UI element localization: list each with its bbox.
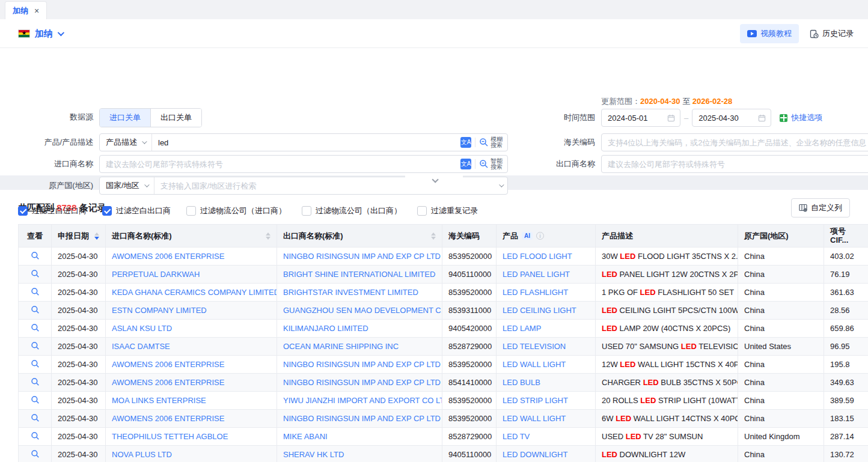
quick-options-button[interactable]: 快捷选项 <box>780 112 822 123</box>
product-link[interactable]: LED FLOOD LIGHT <box>497 248 596 266</box>
video-tutorial-button[interactable]: 视频教程 <box>740 24 799 43</box>
view-button[interactable] <box>19 320 52 338</box>
product-link[interactable]: LED BULB <box>497 374 596 392</box>
checkbox-unchecked-icon[interactable] <box>186 206 196 216</box>
exporter-link[interactable]: BRIGHT SHINE INTERNATIONAL LIMITED <box>277 266 442 284</box>
checkbox-unchecked-icon[interactable] <box>302 206 311 216</box>
column-header-1[interactable]: 申报日期 <box>52 225 106 248</box>
column-header-8[interactable]: 项号CIF... <box>824 225 868 248</box>
exporter-link[interactable]: OCEAN MARINE SHIPPING INC <box>277 338 442 356</box>
sort-carets-icon[interactable] <box>431 233 436 240</box>
exporter-link[interactable]: KILIMANJARO LIMITED <box>277 320 442 338</box>
translate-icon[interactable]: 文A <box>460 159 471 169</box>
filter-checkbox-0[interactable]: 过滤空白进口商 <box>18 205 87 216</box>
product-link[interactable]: LED FLASHLIGHT <box>497 284 596 302</box>
date-to-input[interactable]: 2025-04-30 <box>692 109 771 127</box>
declare-date-cell: 2025-04-30 <box>52 248 106 266</box>
checkbox-checked-icon[interactable] <box>102 206 112 216</box>
product-link[interactable]: LED TELEVISION <box>497 338 596 356</box>
checkbox-unchecked-icon[interactable] <box>417 206 427 216</box>
importer-link[interactable]: NOVA PLUS LTD <box>106 446 277 462</box>
tab-ghana[interactable]: 加纳 × <box>5 1 47 19</box>
view-button[interactable] <box>19 446 52 462</box>
description-cell: 6W LED WALL LIGHT 14CTNS X 40PCS <box>596 410 738 428</box>
importer-link[interactable]: ESTN COMPANY LIMITED <box>106 302 277 320</box>
exporter-link[interactable]: SHERAV HK LTD <box>277 446 442 462</box>
hs-code-cell: 8539520000 <box>442 284 497 302</box>
view-button[interactable] <box>19 356 52 374</box>
view-button[interactable] <box>19 338 52 356</box>
info-icon[interactable]: i <box>536 232 544 240</box>
product-link[interactable]: LED WALL LIGHT <box>497 410 596 428</box>
tab-close-icon[interactable]: × <box>34 7 39 15</box>
product-link[interactable]: LED PANEL LIGHT <box>497 266 596 284</box>
origin-type-select[interactable]: 国家/地区 <box>100 177 154 194</box>
importer-link[interactable]: AWOMENS 2006 ENTERPRISE <box>106 374 277 392</box>
product-link[interactable]: LED STRIP LIGHT <box>497 392 596 410</box>
time-range-control: 2024-05-01 – 2025-04-30 快捷选项 <box>601 109 822 127</box>
importer-name-input[interactable] <box>100 156 458 172</box>
importer-link[interactable]: MOA LINKS ENTERPRISE <box>106 392 277 410</box>
exporter-link[interactable]: NINGBO RISINGSUN IMP AND EXP CP LTD <box>277 356 442 374</box>
exporter-link[interactable]: YIWU JIANZHI IMPORT AND EXPORT CO LTD <box>277 392 442 410</box>
view-button[interactable] <box>19 266 52 284</box>
importer-link[interactable]: ISAAC DAMTSE <box>106 338 277 356</box>
history-button[interactable]: 历史记录 <box>810 28 854 39</box>
date-from-input[interactable]: 2024-05-01 <box>601 109 680 127</box>
translate-icon[interactable]: 文A <box>460 137 471 148</box>
tab-bar: 加纳 × <box>0 0 868 20</box>
exporter-name-input[interactable] <box>602 156 868 172</box>
collapse-panel-button[interactable] <box>405 175 463 186</box>
filter-checkbox-4[interactable]: 过滤重复记录 <box>417 205 478 216</box>
product-link[interactable]: LED WALL LIGHT <box>497 356 596 374</box>
importer-link[interactable]: KEDA GHANA CERAMICS COMPANY LIMITED <box>106 284 277 302</box>
checkbox-checked-icon[interactable] <box>18 206 28 216</box>
view-button[interactable] <box>19 248 52 266</box>
exporter-link[interactable]: NINGBO RISINGSUN IMP AND EXP CP LTD <box>277 248 442 266</box>
product-link[interactable]: LED DOWNLIGHT <box>497 446 596 462</box>
column-header-2[interactable]: 进口商名称(标准) <box>106 225 277 248</box>
filter-checkbox-2[interactable]: 过滤物流公司（进口商） <box>186 205 286 216</box>
product-link[interactable]: LED CEILING LIGHT <box>497 302 596 320</box>
sort-carets-icon[interactable] <box>94 233 99 240</box>
importer-link[interactable]: PERPETUAL DARKWAH <box>106 266 277 284</box>
filter-checkbox-1[interactable]: 过滤空白出口商 <box>102 205 171 216</box>
view-button[interactable] <box>19 374 52 392</box>
importer-link[interactable]: AWOMENS 2006 ENTERPRISE <box>106 410 277 428</box>
fuzzy-search-button[interactable]: 模糊 搜索 <box>479 136 503 149</box>
country-name: 加纳 <box>35 28 53 40</box>
datasource-tab-0[interactable]: 进口关单 <box>100 109 150 127</box>
exporter-link[interactable]: NINGBO RISINGSUN IMP AND EXP CP LTD <box>277 374 442 392</box>
chevron-down-icon <box>142 139 147 144</box>
column-header-3[interactable]: 出口商名称(标准) <box>277 225 442 248</box>
exporter-link[interactable]: GUANGZHOU SEN MAO DEVELOPMENT C... <box>277 302 442 320</box>
datasource-tab-1[interactable]: 出口关单 <box>150 109 201 127</box>
view-button[interactable] <box>19 302 52 320</box>
sort-carets-icon[interactable] <box>266 233 270 240</box>
product-search-input[interactable] <box>152 134 458 151</box>
column-header-6: 产品描述 <box>596 225 738 248</box>
view-button[interactable] <box>19 284 52 302</box>
product-link[interactable]: LED LAMP <box>497 320 596 338</box>
view-button[interactable] <box>19 428 52 446</box>
checkbox-label: 过滤物流公司（出口商） <box>316 205 402 216</box>
product-link[interactable]: LED TV <box>497 428 596 446</box>
filter-checkbox-3[interactable]: 过滤物流公司（出口商） <box>302 205 402 216</box>
ai-badge: AI <box>522 232 533 240</box>
hs-code-input[interactable] <box>602 134 868 151</box>
customize-columns-button[interactable]: 自定义列 <box>791 198 850 217</box>
column-header-7: 原产国(地区) <box>738 225 824 248</box>
view-button[interactable] <box>19 392 52 410</box>
exporter-link[interactable]: BRIGHTSTAR INVESTMENT LIMITED <box>277 284 442 302</box>
view-button[interactable] <box>19 410 52 428</box>
origin-cell: China <box>738 248 824 266</box>
smart-search-button[interactable]: 智能 搜索 <box>479 158 503 171</box>
exporter-link[interactable]: NINGBO RISINGSUN IMP AND EXP CP LTD <box>277 410 442 428</box>
importer-link[interactable]: ASLAN KSU LTD <box>106 320 277 338</box>
country-selector[interactable]: ★ 加纳 <box>18 28 63 40</box>
product-type-select[interactable]: 产品描述 <box>100 134 152 151</box>
exporter-link[interactable]: MIKE ABANI <box>277 428 442 446</box>
importer-link[interactable]: AWOMENS 2006 ENTERPRISE <box>106 356 277 374</box>
importer-link[interactable]: AWOMENS 2006 ENTERPRISE <box>106 248 277 266</box>
importer-link[interactable]: THEOPHILUS TETTEH AGBLOE <box>106 428 277 446</box>
